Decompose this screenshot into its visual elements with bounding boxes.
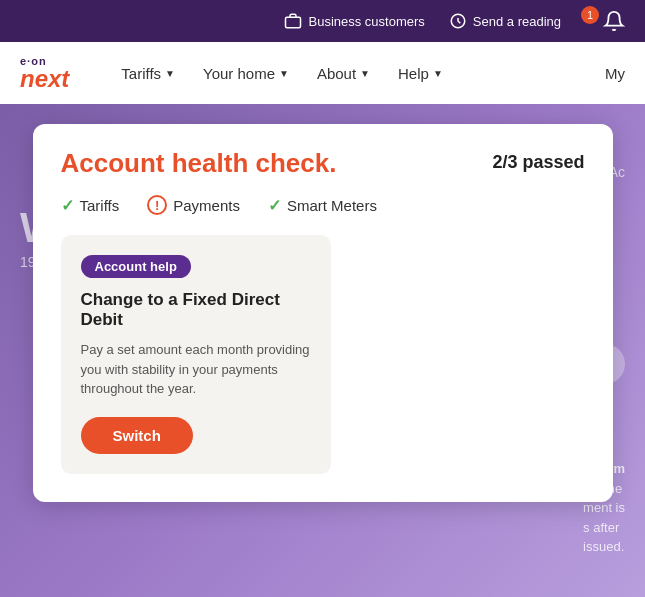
smart-meters-check-icon: ✓: [268, 196, 281, 215]
your-home-chevron-icon: ▼: [279, 68, 289, 79]
payments-check-label: Payments: [173, 197, 240, 214]
check-smart-meters: ✓ Smart Meters: [268, 196, 377, 215]
nav-help[interactable]: Help ▼: [398, 65, 443, 82]
tariffs-label: Tariffs: [121, 65, 161, 82]
modal-title: Account health check.: [61, 148, 337, 179]
nav-bar: e·on next Tariffs ▼ Your home ▼ About ▼ …: [0, 42, 645, 104]
inner-card-title: Change to a Fixed Direct Debit: [81, 290, 311, 330]
send-reading-label: Send a reading: [473, 14, 561, 29]
payments-warn-icon: !: [147, 195, 167, 215]
help-chevron-icon: ▼: [433, 68, 443, 79]
notification-badge: 1: [581, 6, 599, 24]
about-label: About: [317, 65, 356, 82]
inner-recommendation-card: Account help Change to a Fixed Direct De…: [61, 235, 331, 474]
nav-tariffs[interactable]: Tariffs ▼: [121, 65, 175, 82]
my-label: My: [605, 65, 625, 82]
tariffs-check-label: Tariffs: [80, 197, 120, 214]
send-reading-link[interactable]: Send a reading: [449, 12, 561, 30]
notification-wrapper[interactable]: 1: [585, 10, 625, 32]
modal-passed: 2/3 passed: [492, 152, 584, 173]
meter-icon: [449, 12, 467, 30]
business-customers-label: Business customers: [308, 14, 424, 29]
modal-checks: ✓ Tariffs ! Payments ✓ Smart Meters: [61, 195, 585, 215]
tariffs-check-icon: ✓: [61, 196, 74, 215]
modal-overlay: Account health check. 2/3 passed ✓ Tarif…: [0, 104, 645, 597]
health-check-modal: Account health check. 2/3 passed ✓ Tarif…: [33, 124, 613, 502]
nav-about[interactable]: About ▼: [317, 65, 370, 82]
eon-next-logo[interactable]: e·on next: [20, 56, 69, 91]
nav-my[interactable]: My: [605, 65, 625, 82]
modal-header: Account health check. 2/3 passed: [61, 148, 585, 179]
check-payments: ! Payments: [147, 195, 240, 215]
tariffs-chevron-icon: ▼: [165, 68, 175, 79]
bell-icon: [603, 10, 625, 32]
top-bar: Business customers Send a reading 1: [0, 0, 645, 42]
about-chevron-icon: ▼: [360, 68, 370, 79]
business-customers-link[interactable]: Business customers: [284, 12, 424, 30]
nav-your-home[interactable]: Your home ▼: [203, 65, 289, 82]
briefcase-icon: [284, 12, 302, 30]
help-label: Help: [398, 65, 429, 82]
account-help-badge: Account help: [81, 255, 191, 278]
inner-card-desc: Pay a set amount each month providing yo…: [81, 340, 311, 399]
your-home-label: Your home: [203, 65, 275, 82]
nav-items: Tariffs ▼ Your home ▼ About ▼ Help ▼: [121, 65, 442, 82]
switch-button[interactable]: Switch: [81, 417, 193, 454]
check-tariffs: ✓ Tariffs: [61, 196, 120, 215]
svg-rect-0: [286, 17, 301, 28]
smart-meters-check-label: Smart Meters: [287, 197, 377, 214]
logo-next-text: next: [20, 67, 69, 91]
